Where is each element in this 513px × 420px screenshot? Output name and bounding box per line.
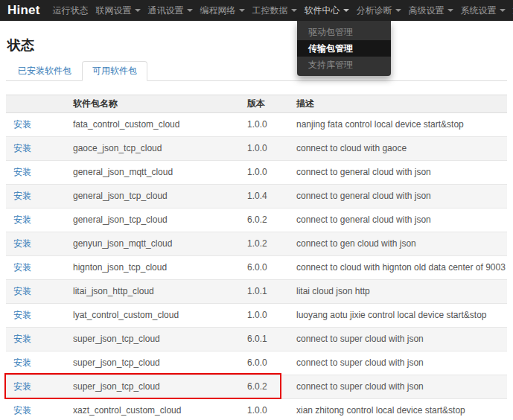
- tab-installed-packages[interactable]: 已安装软件包: [7, 61, 82, 81]
- brand-logo[interactable]: Hinet: [7, 3, 40, 18]
- cell-action: 安装: [6, 113, 73, 137]
- table-row: 安装super_json_tcp_cloud6.0.1connect to su…: [6, 328, 507, 351]
- cell-description: connect to general cloud with json: [296, 161, 507, 185]
- column-header-description: 描述: [296, 95, 507, 113]
- cell-action: 安装: [6, 232, 73, 256]
- cell-version: 6.0.2: [247, 209, 296, 232]
- software-center-dropdown: 驱动包管理传输包管理支持库管理: [297, 21, 391, 76]
- cell-package-name: litai_json_http_cloud: [73, 280, 247, 304]
- cell-package-name: general_json_tcp_cloud: [73, 209, 247, 232]
- tab-available-packages[interactable]: 可用软件包: [82, 61, 147, 81]
- dropdown-item-1[interactable]: 传输包管理: [297, 40, 391, 57]
- nav-item-5[interactable]: 软件中心: [301, 0, 353, 21]
- chevron-down-icon: [291, 9, 297, 12]
- cell-version: 6.0.1: [247, 328, 296, 351]
- table-row: 安装general_json_tcp_cloud6.0.2connect to …: [6, 209, 507, 232]
- table-row: 安装super_json_tcp_cloud6.0.0connect to su…: [6, 351, 507, 375]
- table-row: 安装super_json_tcp_cloud6.0.2connect to su…: [6, 375, 507, 399]
- cell-action: 安装: [6, 375, 73, 399]
- install-link[interactable]: 安装: [13, 357, 31, 368]
- cell-action: 安装: [6, 351, 73, 375]
- install-link[interactable]: 安装: [13, 143, 31, 153]
- cell-description: xian zhitong control local device start&…: [296, 399, 507, 420]
- nav-item-label: 工控数据: [252, 4, 288, 17]
- chevron-down-icon: [447, 9, 453, 12]
- cell-description: connect to super cloud with json: [296, 351, 507, 375]
- cell-action: 安装: [6, 256, 73, 280]
- nav-item-7[interactable]: 高级设置: [405, 0, 457, 21]
- cell-action: 安装: [6, 209, 73, 232]
- nav-item-6[interactable]: 分析诊断: [353, 0, 405, 21]
- cell-description: connect to gen cloud with json: [296, 232, 507, 256]
- table-row: 安装hignton_json_tcp_cloud6.0.0connect to …: [6, 256, 507, 280]
- chevron-down-icon: [239, 9, 245, 12]
- column-header-name: 软件包名称: [73, 95, 247, 113]
- table-row: 安装litai_json_http_cloud1.0.1litai cloud …: [6, 280, 507, 304]
- cell-version: 1.0.0: [247, 304, 296, 328]
- cell-package-name: super_json_tcp_cloud: [73, 375, 247, 399]
- cell-description: connect to general cloud with json: [296, 185, 507, 209]
- nav-item-3[interactable]: 编程网络: [197, 0, 249, 21]
- install-link[interactable]: 安装: [13, 381, 31, 392]
- nav-item-label: 运行状态: [53, 4, 89, 17]
- dropdown-item-0[interactable]: 驱动包管理: [297, 24, 391, 40]
- chevron-down-icon: [500, 9, 506, 12]
- install-link[interactable]: 安装: [13, 167, 31, 177]
- chevron-down-icon: [343, 9, 349, 12]
- cell-package-name: general_json_tcp_cloud: [73, 185, 247, 209]
- dropdown-item-2[interactable]: 支持库管理: [297, 57, 391, 73]
- table-row: 安装fata_control_custom_cloud1.0.0nanjing …: [6, 113, 507, 137]
- install-link[interactable]: 安装: [13, 262, 31, 273]
- nav-item-label: 系统设置: [461, 4, 497, 17]
- cell-version: 1.0.0: [247, 399, 296, 420]
- column-header-version: 版本: [247, 95, 296, 113]
- cell-package-name: hignton_json_tcp_cloud: [73, 256, 247, 280]
- tab-bar: 已安装软件包 可用软件包: [6, 61, 507, 81]
- cell-description: connect to general cloud with json: [296, 209, 507, 232]
- main-content: 状态 已安装软件包 可用软件包 软件包名称 版本 描述 安装fata_contr…: [0, 37, 513, 420]
- install-link[interactable]: 安装: [13, 238, 31, 249]
- nav-item-label: 通讯设置: [148, 4, 184, 17]
- navbar-menu: 运行状态联网设置通讯设置编程网络工控数据软件中心分析诊断高级设置系统设置退出: [49, 0, 513, 21]
- page-title: 状态: [7, 37, 507, 54]
- chevron-down-icon: [187, 9, 193, 12]
- nav-item-1[interactable]: 联网设置: [92, 0, 144, 21]
- nav-item-2[interactable]: 通讯设置: [144, 0, 197, 21]
- nav-item-0[interactable]: 运行状态: [49, 0, 92, 21]
- table-row: 安装lyat_control_custom_cloud1.0.0luoyang …: [6, 304, 507, 328]
- cell-package-name: lyat_control_custom_cloud: [73, 304, 247, 328]
- cell-version: 1.0.2: [247, 232, 296, 256]
- cell-version: 1.0.0: [247, 161, 296, 185]
- cell-version: 1.0.4: [247, 185, 296, 209]
- cell-package-name: super_json_tcp_cloud: [73, 351, 247, 375]
- packages-table-wrap: 软件包名称 版本 描述 安装fata_control_custom_cloud1…: [6, 95, 507, 420]
- cell-action: 安装: [6, 304, 73, 328]
- install-link[interactable]: 安装: [13, 119, 31, 130]
- cell-description: luoyang aotu jixie control local device …: [296, 304, 507, 328]
- cell-version: 6.0.0: [247, 351, 296, 375]
- nav-item-4[interactable]: 工控数据: [249, 0, 301, 21]
- install-link[interactable]: 安装: [13, 286, 31, 296]
- cell-action: 安装: [6, 399, 73, 420]
- nav-item-8[interactable]: 系统设置: [457, 0, 509, 21]
- table-row: 安装general_json_mqtt_cloud1.0.0connect to…: [6, 161, 507, 185]
- cell-package-name: fata_control_custom_cloud: [73, 113, 247, 137]
- install-link[interactable]: 安装: [13, 310, 31, 320]
- install-link[interactable]: 安装: [13, 191, 31, 201]
- cell-action: 安装: [6, 280, 73, 304]
- nav-item-label: 分析诊断: [357, 4, 392, 17]
- cell-action: 安装: [6, 161, 73, 185]
- cell-version: 6.0.2: [247, 375, 296, 399]
- cell-package-name: genyun_json_mqtt_cloud: [73, 232, 247, 256]
- install-link[interactable]: 安装: [13, 405, 31, 416]
- packages-table-body: 安装fata_control_custom_cloud1.0.0nanjing …: [6, 113, 507, 420]
- install-link[interactable]: 安装: [13, 214, 31, 225]
- install-link[interactable]: 安装: [13, 334, 31, 344]
- chevron-down-icon: [135, 9, 141, 12]
- nav-item-9[interactable]: 退出: [509, 0, 513, 21]
- table-row: 安装xazt_control_custom_cloud1.0.0xian zhi…: [6, 399, 507, 420]
- table-row: 安装gaoce_json_tcp_cloud1.0.0connect to cl…: [6, 137, 507, 161]
- cell-action: 安装: [6, 328, 73, 351]
- cell-version: 6.0.0: [247, 256, 296, 280]
- cell-description: connect to super cloud with json: [296, 328, 507, 351]
